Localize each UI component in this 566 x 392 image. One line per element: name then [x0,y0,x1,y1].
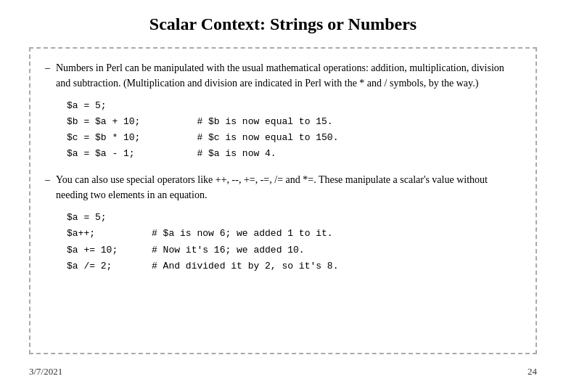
section-2: – You can also use special operators lik… [45,172,521,274]
content-box: – Numbers in Perl can be manipulated wit… [29,47,537,354]
section-2-prose-text: You can also use special operators like … [56,172,521,203]
code-line-2-2: $a += 10; # Now it's 16; we added 10. [67,242,521,258]
section-1-prose-text: Numbers in Perl can be manipulated with … [56,60,521,91]
code-line-1-1: $b = $a + 10; # $b is now equal to 15. [67,114,521,130]
section-1-code: $a = 5; $b = $a + 10; # $b is now equal … [67,98,521,162]
code-line-2-1: $a++; # $a is now 6; we added 1 to it. [67,226,521,242]
section-2-code: $a = 5; $a++; # $a is now 6; we added 1 … [67,210,521,274]
code-line-2-0: $a = 5; [67,210,521,226]
code-line-1-3: $a = $a - 1; # $a is now 4. [67,146,521,162]
footer: 3/7/2021 24 [29,362,537,377]
bullet-dash-2: – [45,172,50,203]
section-1: – Numbers in Perl can be manipulated wit… [45,60,521,162]
code-line-1-2: $c = $b * 10; # $c is now equal to 150. [67,130,521,146]
page-title: Scalar Context: Strings or Numbers [29,15,537,34]
bullet-dash-1: – [45,60,50,91]
page: Scalar Context: Strings or Numbers – Num… [0,0,566,392]
footer-page-number: 24 [528,366,537,377]
code-line-1-0: $a = 5; [67,98,521,114]
section-2-prose: – You can also use special operators lik… [45,172,521,203]
footer-date: 3/7/2021 [29,366,62,377]
code-line-2-3: $a /= 2; # And divided it by 2, so it's … [67,258,521,274]
section-1-prose: – Numbers in Perl can be manipulated wit… [45,60,521,91]
